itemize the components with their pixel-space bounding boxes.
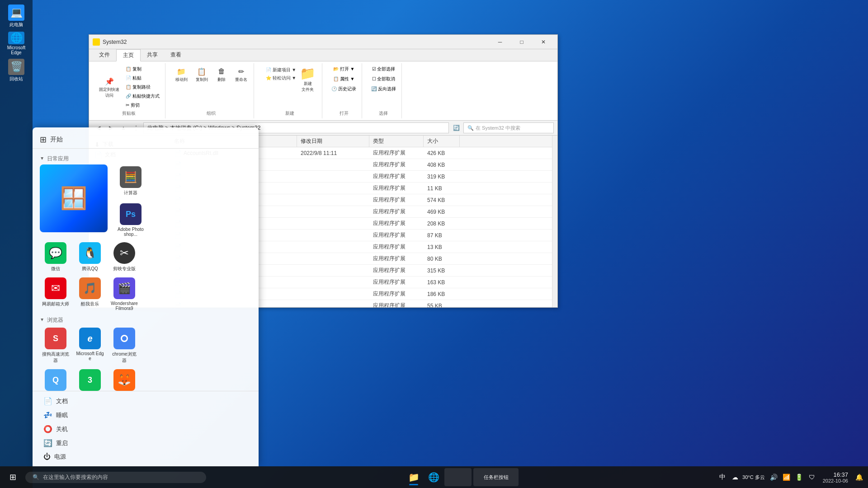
new-group: 📄 新建项目 ▼ ⭐ 轻松访问 ▼ 📁 新建文件夹 新建 [258,63,322,118]
browser-row2: Q QQ浏览器 3 360安全浏览器 🦊 Firefox [33,366,259,391]
refresh-button[interactable]: 🔄 [451,122,462,133]
360-browser[interactable]: 3 360安全浏览器 [74,367,106,391]
paste-shortcut-button[interactable]: 🔗 粘贴快捷方式 [124,92,161,100]
footer-shutdown[interactable]: ⭕ 关机 [40,423,251,435]
clipboard-group: 📌 固定到快速访问 📋 复制 📄 粘贴 📋 复制路径 🔗 粘贴快捷方式 ✂ 剪切… [93,63,165,118]
left-sidebar: 💻 此电脑 🌐 Microsoft Edge 🗑️ 回收站 [0,0,33,488]
history-button[interactable]: 🕐 历史记录 [330,85,358,93]
copy-button[interactable]: 📋 复制 [124,65,161,73]
search-box[interactable]: 🔍 在 System32 中搜索 [463,122,554,133]
weather-icon[interactable]: ☁ [730,472,741,483]
move-to-button[interactable]: 📁 移动到 [173,65,190,84]
close-button[interactable]: ✕ [533,35,554,49]
cut-button[interactable]: ✂ 剪切 [124,101,161,109]
minimize-button[interactable]: ─ [490,35,510,49]
pin-to-quick-access-button[interactable]: 📌 固定到快速访问 [96,75,122,99]
properties-button[interactable]: 📋 属性 ▼ [331,75,356,83]
copy-to-button[interactable]: 📋 复制到 [193,65,211,84]
deselect-all-button[interactable]: ☐ 全部取消 [370,75,397,83]
section-daily-apps[interactable]: ▲ 日常应用 [33,152,259,164]
open-group: 📂 打开 ▼ 📋 属性 ▼ 🕐 历史记录 打开 [326,63,362,118]
calculator-app[interactable]: 🧮 计算器 [115,164,146,198]
photoshop-app[interactable]: Ps Adobe Photoshop... [115,202,146,239]
open-group-label: 打开 [340,110,349,117]
daily-apps-row3: ✉ 网易邮箱大师 🎵 酷我音乐 🎬 Wondershare Filmora9 [33,275,259,314]
footer-power[interactable]: ⏻ 电源 [40,451,251,463]
maximize-button[interactable]: □ [511,35,532,49]
notification-icon[interactable]: 🔔 [854,472,864,483]
weather-text: 30°C 多云 [742,474,765,481]
ribbon-content: 📌 固定到快速访问 📋 复制 📄 粘贴 📋 复制路径 🔗 粘贴快捷方式 ✂ 剪切… [89,61,557,120]
daily-apps-row2: 💬 微信 🐧 腾讯QQ ✂ 剪映专业版 [33,239,259,275]
battery-icon[interactable]: 🔋 [794,472,805,483]
system-tray: 中 ☁ 30°C 多云 🔊 📶 🔋 🛡 16:37 2022-10-06 🔔 [717,471,864,483]
organize-group: 📁 移动到 📋 复制到 🗑 删除 ✏ 重命名 [169,63,254,118]
start-menu-footer: 📄 文档 💤 睡眠 ⭕ 关机 🔄 重启 ⏻ 电源 [33,391,259,466]
delete-button[interactable]: 🗑 删除 [213,65,230,84]
ribbon-tab-file[interactable]: 文件 [93,49,116,61]
start-menu-title: ⊞ 开始 [40,133,251,148]
title-bar: System32 ─ □ ✕ [89,35,557,49]
chrome-browser[interactable]: chrome浏览器 [108,326,140,366]
taskbar-browser[interactable]: 🌐 [425,468,443,486]
wechat-app[interactable]: 💬 微信 [40,240,71,274]
sidebar-icon-computer[interactable]: 💻 此电脑 [5,5,28,28]
vertical-scrollbar[interactable] [552,136,557,307]
footer-sleep[interactable]: 💤 睡眠 [40,409,251,421]
start-button[interactable]: ⊞ [4,468,22,486]
col-date-header[interactable]: 修改日期 [297,136,369,147]
search-icon: 🔍 [467,125,474,131]
sidebar-icon-edge[interactable]: 🌐 Microsoft Edge [5,32,28,55]
daily-apps-row1: 🪟 🧮 计算器 Ps Adobe Photoshop... [33,164,259,239]
search-icon: 🔍 [33,474,39,480]
system-clock[interactable]: 16:37 2022-10-06 [819,471,852,483]
kuwo-app[interactable]: 🎵 酷我音乐 [74,276,106,309]
sogou-browser[interactable]: S 搜狗高速浏览器 [40,326,71,366]
section-browser[interactable]: ▲ 浏览器 [33,314,259,325]
taskbar-apps: 📁 🌐 任务栏按钮 [206,468,717,486]
ribbon-tab-home[interactable]: 主页 [116,49,141,61]
ribbon-tab-share[interactable]: 共享 [141,49,164,61]
jianying-app[interactable]: ✂ 剪映专业版 [108,240,140,274]
footer-restart[interactable]: 🔄 重启 [40,437,251,449]
paste-button[interactable]: 📄 粘贴 [124,74,161,82]
volume-icon[interactable]: 🔊 [769,472,779,483]
language-icon[interactable]: 中 [717,472,728,483]
select-all-button[interactable]: ☑ 全部选择 [370,65,397,73]
taskbar-file-explorer[interactable]: 📁 [405,468,423,486]
start-menu-header: ⊞ 开始 [33,127,259,149]
filmora-app[interactable]: 🎬 Wondershare Filmora9 [108,276,140,313]
organize-group-label: 组织 [207,110,216,117]
footer-documents[interactable]: 📄 文档 [40,395,251,407]
window-title: System32 [103,39,490,45]
new-group-label: 新建 [285,110,294,117]
qq-app[interactable]: 🐧 腾讯QQ [74,240,106,274]
title-bar-controls: ─ □ ✕ [490,35,554,49]
sidebar-icon-trash[interactable]: 🗑️ 回收站 [5,59,28,82]
rename-button[interactable]: ✏ 重命名 [232,65,250,84]
new-folder-button[interactable]: 📄 新建项目 ▼ ⭐ 轻松访问 ▼ 📁 新建文件夹 [261,65,318,94]
edge-browser[interactable]: e Microsoft Edge [74,326,106,363]
col-size-header[interactable]: 大小 [424,136,460,147]
ribbon-tab-view[interactable]: 查看 [164,49,188,61]
easy-access-button[interactable]: ⭐ 轻松访问 ▼ [264,74,298,82]
invert-selection-button[interactable]: 🔄 反向选择 [369,85,398,93]
title-bar-icon [93,38,100,46]
network-icon[interactable]: 📶 [781,472,792,483]
photos-app-large[interactable]: 🪟 [40,164,108,232]
security-icon[interactable]: 🛡 [807,472,817,483]
start-menu: ⊞ 开始 ▲ 日常应用 🪟 🧮 计算器 Ps Adobe [33,127,259,466]
firefox-browser[interactable]: 🦊 Firefox [108,367,140,391]
new-item-button[interactable]: 📄 新建项目 ▼ [264,66,298,74]
qq-browser[interactable]: Q QQ浏览器 [40,367,71,391]
taskbar: ⊞ 🔍 在这里输入你要搜索的内容 📁 🌐 任务栏按钮 中 ☁ 30°C 多云 🔊… [0,466,868,488]
col-type-header[interactable]: 类型 [369,136,424,147]
open-button[interactable]: 📂 打开 ▼ [331,65,356,73]
select-group-label: 选择 [379,110,388,117]
taskbar-search[interactable]: 🔍 在这里输入你要搜索的内容 [25,472,206,483]
clipboard-group-label: 剪贴板 [122,110,136,117]
copy-path-button[interactable]: 📋 复制路径 [124,83,161,91]
wangyi-app[interactable]: ✉ 网易邮箱大师 [40,276,71,309]
taskbar-image[interactable] [444,468,472,486]
taskbar-app2[interactable]: 任务栏按钮 [473,468,519,486]
